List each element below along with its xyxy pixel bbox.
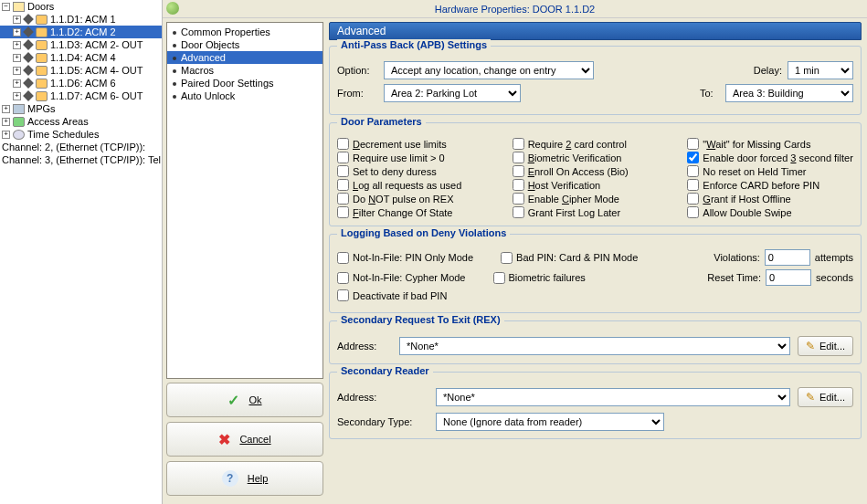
checkbox[interactable] bbox=[337, 179, 349, 191]
apb-to-combo[interactable]: Area 3: Building bbox=[725, 84, 853, 102]
checkbox[interactable] bbox=[687, 138, 699, 150]
expand-icon[interactable]: + bbox=[2, 131, 10, 139]
reset-input[interactable] bbox=[766, 269, 811, 286]
rex-address-combo[interactable]: *None* bbox=[399, 337, 790, 355]
door-param-check[interactable]: Enforce CARD before PIN bbox=[687, 179, 853, 191]
check-label: Enroll On Access (Bio) bbox=[528, 166, 629, 177]
nav-item-paired-door-settings[interactable]: Paired Door Settings bbox=[167, 77, 322, 89]
tree-door-item[interactable]: +1.1.D1: ACM 1 bbox=[0, 13, 162, 26]
violations-input[interactable] bbox=[765, 249, 810, 266]
tree-door-item[interactable]: +1.1.D4: ACM 4 bbox=[0, 51, 162, 64]
reader-sectype-combo[interactable]: None (Ignore data from reader) bbox=[436, 413, 664, 431]
expand-icon[interactable]: + bbox=[13, 79, 21, 88]
checkbox[interactable] bbox=[337, 165, 349, 177]
nav-item-auto-unlock[interactable]: Auto Unlock bbox=[167, 89, 322, 102]
rex-edit-button[interactable]: ✎ Edit... bbox=[798, 336, 853, 356]
door-icon bbox=[23, 39, 33, 49]
log-check[interactable]: Biometric failures bbox=[493, 272, 586, 284]
nav-item-common-properties[interactable]: Common Properties bbox=[167, 26, 322, 38]
checkbox[interactable] bbox=[337, 138, 349, 150]
tree-access-areas[interactable]: + Access Areas bbox=[0, 115, 162, 128]
door-param-check[interactable]: Require use limit > 0 bbox=[337, 152, 503, 163]
checkbox[interactable] bbox=[687, 179, 699, 191]
door-param-check[interactable]: Decrement use limits bbox=[337, 138, 503, 150]
checkbox[interactable] bbox=[687, 193, 699, 205]
checkbox[interactable] bbox=[687, 165, 699, 177]
door-param-check[interactable]: Enable door forced 3 second filter bbox=[687, 152, 853, 163]
door-param-check[interactable]: Require 2 card control bbox=[513, 138, 679, 150]
tree-time-schedules[interactable]: + Time Schedules bbox=[0, 128, 162, 141]
checkbox[interactable] bbox=[513, 193, 524, 205]
log-check[interactable]: Deactivate if bad PIN bbox=[337, 289, 447, 301]
tree-door-item[interactable]: +1.1.D6: ACM 6 bbox=[0, 77, 162, 89]
check-label: Allow Double Swipe bbox=[703, 207, 791, 218]
expand-icon[interactable]: + bbox=[2, 105, 10, 113]
door-icon bbox=[23, 78, 33, 88]
door-param-check[interactable]: Set to deny duress bbox=[337, 165, 503, 177]
expand-icon[interactable]: + bbox=[13, 67, 21, 75]
door-param-check[interactable]: Allow Double Swipe bbox=[687, 206, 853, 218]
door-param-check[interactable]: No reset on Held Timer bbox=[687, 165, 853, 177]
settings-nav: Common PropertiesDoor ObjectsAdvancedMac… bbox=[166, 22, 323, 379]
log-check[interactable]: Not-In-File: PIN Only Mode bbox=[337, 252, 473, 264]
checkbox[interactable] bbox=[687, 152, 699, 163]
expand-icon[interactable]: + bbox=[2, 118, 10, 126]
reader-address-combo[interactable]: *None* bbox=[436, 388, 790, 406]
check-label: Log all requests as used bbox=[353, 180, 461, 191]
help-button[interactable]: ? Help bbox=[166, 461, 323, 496]
checkbox[interactable] bbox=[513, 179, 524, 191]
expand-icon[interactable]: + bbox=[13, 92, 21, 100]
expand-icon[interactable]: + bbox=[13, 41, 21, 49]
nav-item-door-objects[interactable]: Door Objects bbox=[167, 38, 322, 51]
tree-root-doors[interactable]: − Doors bbox=[0, 0, 162, 13]
tree-item-label: 1.1.D3: ACM 2- OUT bbox=[50, 39, 143, 50]
collapse-icon[interactable]: − bbox=[2, 3, 10, 11]
expand-icon[interactable]: + bbox=[13, 28, 21, 37]
check-label: Grant First Log Later bbox=[528, 207, 621, 218]
nav-item-advanced[interactable]: Advanced bbox=[167, 51, 322, 64]
door-param-check[interactable]: Biometric Verification bbox=[513, 152, 679, 163]
checkbox[interactable] bbox=[513, 152, 524, 163]
tree-door-item[interactable]: +1.1.D5: ACM 4- OUT bbox=[0, 64, 162, 77]
checkbox[interactable] bbox=[687, 206, 699, 218]
apb-delay-combo[interactable]: 1 min bbox=[788, 61, 853, 79]
door-param-check[interactable]: Do NOT pulse on REX bbox=[337, 193, 503, 205]
checkbox[interactable] bbox=[513, 165, 524, 177]
checkbox[interactable] bbox=[337, 193, 349, 205]
door-param-check[interactable]: Grant if Host Offline bbox=[687, 193, 853, 205]
cancel-button[interactable]: ✖ Cancel bbox=[166, 422, 323, 457]
nav-item-macros[interactable]: Macros bbox=[167, 64, 322, 77]
log-check[interactable]: Bad PIN: Card & PIN Mode bbox=[501, 252, 638, 264]
door-param-check[interactable]: "Wait" for Missing Cards bbox=[687, 138, 853, 150]
reader-group: Secondary Reader Address: *None* ✎ Edit.… bbox=[329, 372, 862, 439]
checkbox[interactable] bbox=[513, 138, 524, 150]
log-check[interactable]: Not-In-File: Cypher Mode bbox=[337, 272, 466, 284]
door-param-check[interactable]: Log all requests as used bbox=[337, 179, 503, 191]
app-menu-icon[interactable] bbox=[166, 2, 179, 15]
tree-mpgs[interactable]: + MPGs bbox=[0, 102, 162, 115]
door-param-check[interactable]: Enable Cipher Mode bbox=[513, 193, 679, 205]
channel-info: Channel: 3, (Ethernet (TCP/IP)): Tel bbox=[0, 153, 162, 166]
door-param-check[interactable]: Filter Change Of State bbox=[337, 206, 503, 218]
checkbox[interactable] bbox=[337, 206, 349, 218]
door-param-check[interactable]: Grant First Log Later bbox=[513, 206, 679, 218]
ok-button[interactable]: ✓ Ok bbox=[166, 383, 323, 417]
apb-option-combo[interactable]: Accept any location, change on entry bbox=[384, 61, 594, 79]
door-param-check[interactable]: Enroll On Access (Bio) bbox=[513, 165, 679, 177]
door-param-check[interactable]: Host Verification bbox=[513, 179, 679, 191]
check-label: Host Verification bbox=[528, 180, 601, 191]
tree-door-item[interactable]: +1.1.D2: ACM 2 bbox=[0, 26, 162, 38]
tree-door-item[interactable]: +1.1.D3: ACM 2- OUT bbox=[0, 38, 162, 51]
door-module-icon bbox=[36, 79, 48, 89]
tree-door-item[interactable]: +1.1.D7: ACM 6- OUT bbox=[0, 89, 162, 102]
checkbox[interactable] bbox=[337, 152, 349, 163]
clock-icon bbox=[13, 130, 25, 140]
reader-title: Secondary Reader bbox=[337, 365, 433, 376]
tree-item-label: 1.1.D7: ACM 6- OUT bbox=[50, 90, 143, 101]
apb-from-combo[interactable]: Area 2: Parking Lot bbox=[384, 84, 521, 102]
reader-edit-button[interactable]: ✎ Edit... bbox=[798, 387, 853, 407]
expand-icon[interactable]: + bbox=[13, 54, 21, 62]
window-title: Hardware Properties: DOOR 1.1.D2 bbox=[435, 4, 595, 15]
expand-icon[interactable]: + bbox=[13, 16, 21, 24]
checkbox[interactable] bbox=[513, 206, 524, 218]
